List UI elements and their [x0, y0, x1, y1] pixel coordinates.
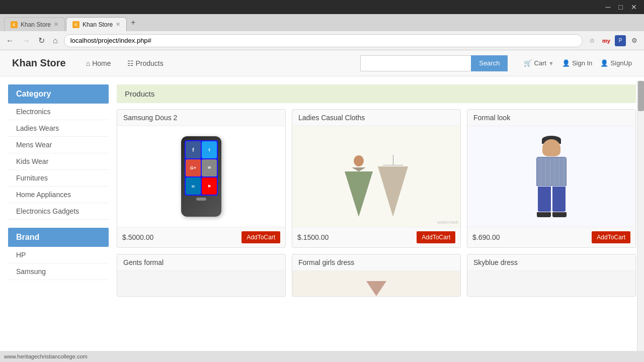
product-card-ladies: Ladies Casual Cloths [292, 109, 461, 248]
myfav-icon[interactable]: my [601, 35, 612, 46]
category-header: Category [8, 84, 109, 104]
back-button[interactable]: ← [4, 35, 16, 46]
maximize-button[interactable]: □ [616, 2, 626, 12]
signin-label: Sign In [572, 59, 592, 67]
boy-shirt [536, 157, 567, 186]
product-image-formal [467, 126, 635, 227]
phone-home-btn [196, 198, 206, 201]
home-icon: ⌂ [86, 59, 90, 67]
sidebar: Category Electronics Ladies Wears Mens W… [8, 84, 109, 297]
app-facebook: f [186, 141, 201, 158]
product-footer-samsung: $.5000.00 AddToCart [117, 227, 285, 247]
sidebar-item-samsung[interactable]: Samsung [8, 263, 109, 280]
window-controls: ─ □ ✕ [603, 2, 640, 12]
sidebar-item-home-appliances[interactable]: Home Appliances [8, 187, 109, 203]
products-area: Products Samsung Dous 2 f t G+ ✉ in ▶ [117, 84, 636, 297]
sidebar-item-electronics[interactable]: Electronics [8, 104, 109, 120]
dress2 [378, 166, 408, 217]
tab-label-2: Khan Store [83, 21, 113, 28]
add-to-cart-ladies[interactable]: AddToCart [417, 231, 455, 243]
tab-1[interactable]: K Khan Store ✕ [4, 17, 65, 31]
product-card-girls: Formal girls dress [292, 254, 461, 297]
product-image-skyblue [467, 271, 635, 296]
product-card-gents: Gents formal [117, 254, 286, 297]
close-button[interactable]: ✕ [628, 2, 640, 12]
boy-shoes [537, 212, 567, 217]
add-to-cart-samsung[interactable]: AddToCart [242, 231, 280, 243]
dress1 [345, 171, 373, 217]
navbar: Khan Store ⌂ Home ☷ Products Search 🛒 Ca… [0, 50, 644, 76]
signin-link[interactable]: 👤 Sign In [562, 59, 592, 67]
search-button[interactable]: Search [471, 55, 508, 71]
boy-figure [536, 136, 567, 217]
shoe-right [552, 212, 567, 217]
sidebar-item-electronics-gadgets[interactable]: Electronics Gadgets [8, 203, 109, 220]
address-bar: ← → ↻ ⌂ ☆ my P ⚙ [0, 31, 644, 50]
boy-leg-right [552, 187, 566, 212]
signup-label: SignUp [610, 59, 632, 67]
main-content: Category Electronics Ladies Wears Mens W… [0, 76, 644, 305]
shoe-left [537, 212, 551, 217]
settings-icon[interactable]: ⚙ [629, 35, 640, 46]
figure1 [345, 155, 373, 217]
phone-illustration: f t G+ ✉ in ▶ [181, 136, 221, 217]
signup-link[interactable]: 👤 SignUp [600, 59, 632, 67]
product-image-girls [292, 271, 460, 296]
url-input[interactable] [64, 34, 583, 47]
products-icon: ☷ [127, 59, 134, 67]
bookmark-icon[interactable]: ☆ [587, 35, 598, 46]
product-footer-ladies: $.1500.00 AddToCart [292, 227, 460, 247]
app-youtube: ▶ [202, 177, 217, 195]
home-link[interactable]: ⌂ Home [82, 57, 115, 69]
app-linkedin: in [186, 177, 201, 195]
products-link[interactable]: ☷ Products [123, 57, 168, 69]
girl-dress-partial [366, 281, 386, 296]
address-icons: ☆ my P ⚙ [587, 35, 640, 46]
scrollbar-thumb[interactable] [638, 81, 644, 111]
add-to-cart-formal[interactable]: AddToCart [592, 231, 630, 243]
refresh-button[interactable]: ↻ [36, 35, 47, 46]
product-price-samsung: $.5000.00 [122, 233, 153, 241]
search-input[interactable] [360, 55, 471, 71]
product-card-formal: Formal look [467, 109, 636, 248]
photo-icon[interactable]: P [615, 35, 626, 46]
app-twitter: t [202, 141, 217, 158]
sidebar-item-kids-wear[interactable]: Kids Wear [8, 153, 109, 170]
product-title-skyblue: Skyblue dress [467, 254, 635, 271]
products-label: Products [136, 59, 164, 67]
sidebar-item-hp[interactable]: HP [8, 247, 109, 263]
product-image-samsung: f t G+ ✉ in ▶ [117, 126, 285, 227]
shoulders1 [352, 167, 366, 171]
signin-icon: 👤 [562, 59, 570, 67]
product-footer-formal: $.690.00 AddToCart [467, 227, 635, 247]
sidebar-item-furnitures[interactable]: Furnitures [8, 170, 109, 187]
tab-2[interactable]: K Khan Store ✕ [66, 17, 127, 31]
tab-close-1[interactable]: ✕ [54, 21, 58, 28]
hanger-bar [383, 165, 403, 165]
products-grid: Samsung Dous 2 f t G+ ✉ in ▶ [117, 109, 636, 297]
cart-label: Cart [534, 59, 546, 67]
product-title-ladies: Ladies Casual Cloths [292, 110, 460, 126]
cart-icon: 🛒 [524, 59, 532, 67]
brand-header: Brand [8, 228, 109, 247]
product-card-skyblue: Skyblue dress [467, 254, 636, 297]
app-google: G+ [186, 159, 201, 176]
products-header: Products [117, 84, 636, 103]
new-tab-button[interactable]: + [128, 18, 138, 27]
cart-link[interactable]: 🛒 Cart ▼ [524, 59, 553, 67]
minimize-button[interactable]: ─ [603, 2, 614, 12]
search-form: Search [360, 55, 508, 71]
tab-label-1: Khan Store [21, 21, 51, 28]
product-title-gents: Gents formal [117, 254, 285, 271]
watermark: watermark [437, 220, 458, 225]
product-title-girls: Formal girls dress [292, 254, 460, 271]
sidebar-item-ladies-wears[interactable]: Ladies Wears [8, 120, 109, 137]
sidebar-item-mens-wear[interactable]: Mens Wear [8, 137, 109, 153]
tab-bar: K Khan Store ✕ K Khan Store ✕ + [0, 14, 644, 31]
boy-leg-left [538, 187, 551, 212]
home-button[interactable]: ⌂ [51, 35, 60, 46]
tab-close-2[interactable]: ✕ [116, 21, 120, 28]
home-label: Home [92, 59, 111, 67]
forward-button[interactable]: → [20, 35, 32, 46]
scrollbar-track[interactable] [637, 80, 644, 305]
